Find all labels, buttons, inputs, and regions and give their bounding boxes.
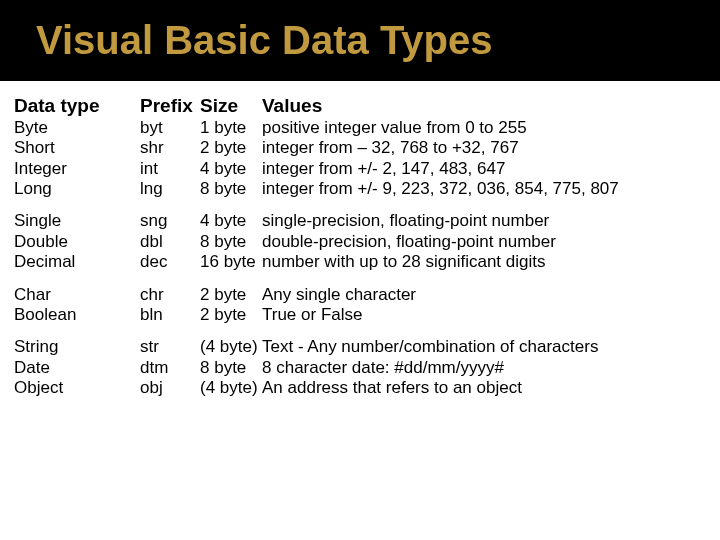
cell-values: number with up to 28 significant digits xyxy=(262,252,710,272)
cell-values: An address that refers to an object xyxy=(262,378,710,398)
cell-prefix: dbl xyxy=(140,232,200,252)
table-row: Long lng 8 byte integer from +/- 9, 223,… xyxy=(14,179,710,199)
cell-values: integer from +/- 2, 147, 483, 647 xyxy=(262,159,710,179)
header-values: Values xyxy=(262,95,710,118)
cell-type: Short xyxy=(14,138,140,158)
cell-type: Integer xyxy=(14,159,140,179)
group-separator xyxy=(14,325,710,337)
cell-type: Char xyxy=(14,285,140,305)
group-separator xyxy=(14,273,710,285)
cell-size: 8 byte xyxy=(200,179,262,199)
cell-prefix: bln xyxy=(140,305,200,325)
cell-prefix: lng xyxy=(140,179,200,199)
table-row: Double dbl 8 byte double-precision, floa… xyxy=(14,232,710,252)
table-row: Decimal dec 16 byte number with up to 28… xyxy=(14,252,710,272)
cell-type: Decimal xyxy=(14,252,140,272)
cell-prefix: obj xyxy=(140,378,200,398)
cell-values: integer from – 32, 768 to +32, 767 xyxy=(262,138,710,158)
table-row: Short shr 2 byte integer from – 32, 768 … xyxy=(14,138,710,158)
table-row: Date dtm 8 byte 8 character date: #dd/mm… xyxy=(14,358,710,378)
cell-values: True or False xyxy=(262,305,710,325)
cell-size: 1 byte xyxy=(200,118,262,138)
cell-size: 8 byte xyxy=(200,358,262,378)
header-size: Size xyxy=(200,95,262,118)
cell-type: Date xyxy=(14,358,140,378)
table-header-row: Data type Prefix Size Values xyxy=(14,95,710,118)
cell-size: 2 byte xyxy=(200,138,262,158)
cell-size: 4 byte xyxy=(200,159,262,179)
data-types-table: Data type Prefix Size Values Byte byt 1 … xyxy=(0,81,720,398)
group-separator xyxy=(14,199,710,211)
header-type: Data type xyxy=(14,95,140,118)
cell-values: Any single character xyxy=(262,285,710,305)
cell-size: 16 byte xyxy=(200,252,262,272)
cell-prefix: sng xyxy=(140,211,200,231)
table-row: Single sng 4 byte single-precision, floa… xyxy=(14,211,710,231)
page-title: Visual Basic Data Types xyxy=(36,18,493,62)
cell-prefix: byt xyxy=(140,118,200,138)
header-prefix: Prefix xyxy=(140,95,200,118)
cell-prefix: str xyxy=(140,337,200,357)
table-row: Char chr 2 byte Any single character xyxy=(14,285,710,305)
cell-size: 8 byte xyxy=(200,232,262,252)
cell-values: Text - Any number/combination of charact… xyxy=(262,337,710,357)
cell-prefix: int xyxy=(140,159,200,179)
cell-prefix: dec xyxy=(140,252,200,272)
cell-size: (4 byte) xyxy=(200,337,262,357)
table-row: Byte byt 1 byte positive integer value f… xyxy=(14,118,710,138)
cell-values: double-precision, floating-point number xyxy=(262,232,710,252)
cell-type: String xyxy=(14,337,140,357)
cell-values: 8 character date: #dd/mm/yyyy# xyxy=(262,358,710,378)
cell-type: Boolean xyxy=(14,305,140,325)
table-row: Object obj (4 byte) An address that refe… xyxy=(14,378,710,398)
cell-size: 4 byte xyxy=(200,211,262,231)
cell-prefix: shr xyxy=(140,138,200,158)
cell-type: Single xyxy=(14,211,140,231)
table-row: Boolean bln 2 byte True or False xyxy=(14,305,710,325)
cell-values: single-precision, floating-point number xyxy=(262,211,710,231)
title-bar: Visual Basic Data Types xyxy=(0,0,720,81)
cell-size: 2 byte xyxy=(200,285,262,305)
cell-type: Long xyxy=(14,179,140,199)
cell-prefix: dtm xyxy=(140,358,200,378)
cell-prefix: chr xyxy=(140,285,200,305)
cell-size: (4 byte) xyxy=(200,378,262,398)
cell-values: positive integer value from 0 to 255 xyxy=(262,118,710,138)
cell-type: Double xyxy=(14,232,140,252)
table-row: String str (4 byte) Text - Any number/co… xyxy=(14,337,710,357)
cell-type: Object xyxy=(14,378,140,398)
cell-size: 2 byte xyxy=(200,305,262,325)
cell-type: Byte xyxy=(14,118,140,138)
table-row: Integer int 4 byte integer from +/- 2, 1… xyxy=(14,159,710,179)
cell-values: integer from +/- 9, 223, 372, 036, 854, … xyxy=(262,179,710,199)
